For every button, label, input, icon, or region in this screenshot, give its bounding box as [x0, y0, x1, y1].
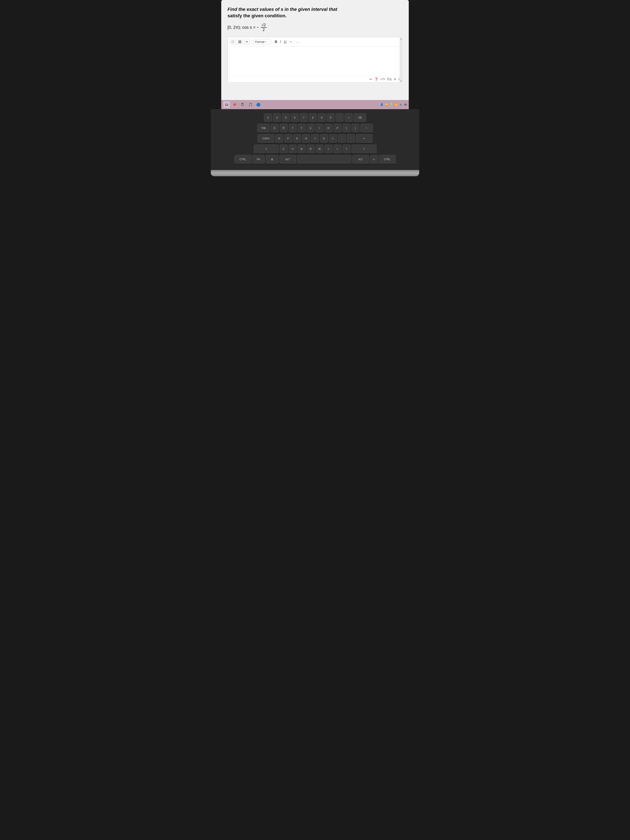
square-icon[interactable]: ☐ [230, 39, 235, 45]
key-capslock[interactable]: Caps [257, 134, 274, 143]
image-icon[interactable]: 🖼 [237, 39, 243, 45]
key-ctrl-r[interactable]: ctrl [379, 155, 396, 164]
key-rshift[interactable]: ⇧ [352, 145, 376, 153]
key-b[interactable]: B [298, 145, 306, 153]
qwerty-row: Tab E R T Y U I O P [ ] \ [257, 124, 373, 133]
key-p[interactable]: P [333, 124, 341, 133]
problem-line2: satisfy the given condition. [227, 13, 287, 18]
chevron-down-icon: ▾ [265, 41, 266, 43]
code-icon[interactable]: </> [381, 77, 385, 81]
key-n[interactable]: N [307, 145, 314, 153]
key-c[interactable]: C [280, 145, 288, 153]
key-backslash[interactable]: \ [360, 124, 373, 133]
key-period[interactable]: > [333, 145, 341, 153]
taskbar-icon-5[interactable]: 🔵 [255, 101, 262, 108]
key-i[interactable]: I [316, 124, 324, 133]
key-equals[interactable]: = [344, 113, 352, 122]
problem-title: Find the exact values of s in the given … [227, 6, 403, 19]
format-label: Format [255, 40, 264, 44]
key-h[interactable]: H [302, 134, 310, 143]
key-j[interactable]: J [311, 134, 319, 143]
editor-bottom-toolbar: ✏ ❓ </> Eq ✕ // [228, 76, 402, 82]
equation-icon[interactable]: Eq [387, 77, 392, 81]
key-5[interactable]: 5 [282, 113, 290, 122]
tray-number: 10 [404, 103, 407, 106]
tray-user-icon: 👤 [380, 103, 383, 106]
key-3[interactable]: 3 [264, 113, 272, 122]
scroll-up-arrow[interactable]: ▲ [399, 37, 403, 40]
key-space[interactable] [297, 155, 351, 164]
key-6[interactable]: 6 [291, 113, 299, 122]
key-d[interactable]: D [275, 134, 283, 143]
scroll-down-arrow[interactable]: ▼ [399, 80, 403, 83]
key-m[interactable]: M [316, 145, 324, 153]
help-icon[interactable]: ❓ [374, 77, 378, 81]
key-enter[interactable]: ↵ [356, 134, 373, 143]
pen-icon[interactable]: ✏ [369, 77, 372, 81]
key-8[interactable]: 8 [309, 113, 317, 122]
key-semicolon[interactable]: ; [338, 134, 346, 143]
key-k[interactable]: K [320, 134, 328, 143]
fraction: √2 2 [261, 23, 267, 32]
key-4[interactable]: 4 [273, 113, 281, 122]
key-y[interactable]: Y [298, 124, 306, 133]
system-tray: 👤 🔔 🔋 📶 🔊 10 [380, 103, 407, 106]
key-9[interactable]: 9 [318, 113, 325, 122]
key-t[interactable]: T [289, 124, 297, 133]
key-lbracket[interactable]: [ [343, 124, 351, 133]
tray-wifi-icon: 📶 [395, 103, 398, 106]
zxcv-row: ⇧ C V B N M < > ? ⇧ [254, 145, 376, 153]
editor-body[interactable] [228, 47, 402, 76]
key-question[interactable]: ? [343, 145, 351, 153]
key-f[interactable]: F [284, 134, 292, 143]
key-tab[interactable]: Tab [257, 124, 270, 133]
asdf-row: Caps D F G H J K L ; ' ↵ [257, 134, 373, 143]
taskbar-icon-3[interactable]: 🗒 [239, 101, 246, 108]
key-g[interactable]: G [293, 134, 301, 143]
problem-line1-italic: that [329, 7, 337, 12]
bold-button[interactable]: B [273, 39, 278, 44]
key-7[interactable]: 7 [300, 113, 308, 122]
key-fn[interactable]: Fn [252, 155, 265, 164]
key-ctrl[interactable]: Ctrl [235, 155, 251, 164]
key-l[interactable]: L [329, 134, 337, 143]
key-minus[interactable]: - [336, 113, 344, 122]
key-v[interactable]: V [289, 145, 297, 153]
key-e[interactable]: E [271, 124, 279, 133]
key-0[interactable]: 0 [327, 113, 335, 122]
tray-sound-icon: 🔊 [399, 103, 403, 106]
link-icon[interactable]: ⚭ [244, 39, 250, 45]
taskbar-app-icons: 🗂 📌 🗒 🎵 🔵 [223, 101, 262, 108]
problem-equation: [0, 2π); cos s = − √2 2 [227, 23, 403, 32]
key-u[interactable]: U [307, 124, 314, 133]
key-comma[interactable]: < [325, 145, 333, 153]
key-backspace[interactable]: ⌫ [354, 113, 366, 122]
problem-line1-normal: Find the exact values of s in the given … [227, 7, 329, 12]
editor-container: ☐ 🖼 ⚭ Format ▾ B I U ▾ [227, 37, 403, 83]
format-dropdown[interactable]: Format ▾ [253, 39, 270, 44]
taskbar-icon-2[interactable]: 📌 [231, 101, 238, 108]
text-underline-dropdown[interactable]: ▾ [288, 39, 294, 45]
rich-text-editor[interactable]: ☐ 🖼 ⚭ Format ▾ B I U ▾ [227, 37, 403, 83]
taskbar-icon-1[interactable]: 🗂 [223, 101, 230, 108]
bottom-row: Ctrl Fn ⊞ alt alt ≡ ctrl [235, 155, 396, 164]
key-menu[interactable]: ≡ [370, 155, 378, 164]
fraction-numerator: √2 [261, 23, 267, 28]
tray-battery-icon: 🔋 [390, 103, 393, 106]
editor-scrollbar[interactable]: ▲ ▼ [399, 37, 403, 83]
toolbar-separator-2 [272, 40, 272, 44]
number-row: 3 4 5 6 7 8 9 0 - = ⌫ [264, 113, 366, 122]
key-o[interactable]: O [325, 124, 333, 133]
key-win[interactable]: ⊞ [266, 155, 278, 164]
expand-icon[interactable]: ✕ [393, 77, 396, 81]
underline-button[interactable]: U [283, 39, 288, 44]
italic-button[interactable]: I [279, 39, 282, 44]
taskbar-icon-4[interactable]: 🎵 [247, 101, 254, 108]
more-options-button[interactable]: ... [295, 39, 302, 44]
key-alt[interactable]: alt [279, 155, 296, 164]
key-rbracket[interactable]: ] [352, 124, 359, 133]
key-alt-gr[interactable]: alt [352, 155, 369, 164]
key-lshift[interactable]: ⇧ [254, 145, 279, 153]
key-quote[interactable]: ' [347, 134, 355, 143]
key-r[interactable]: R [280, 124, 288, 133]
